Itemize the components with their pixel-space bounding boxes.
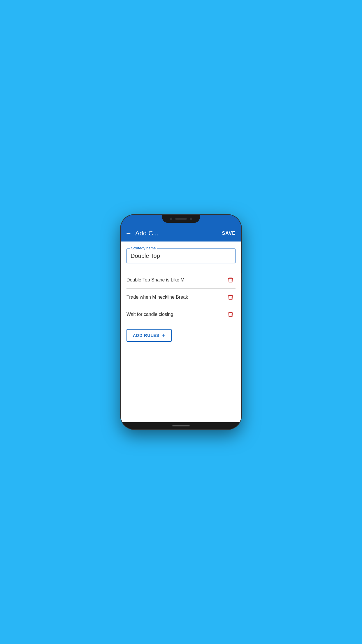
rule-item: Trade when M neckline Break	[126, 289, 236, 306]
trash-icon-1	[227, 277, 234, 283]
trash-icon-3	[227, 311, 234, 318]
app-header: ← Add C... SAVE	[121, 225, 241, 242]
rule-text-3: Wait for candle closing	[126, 312, 226, 317]
add-rules-plus-icon: +	[162, 332, 166, 338]
notch-bar	[121, 215, 241, 225]
strategy-name-input[interactable]	[131, 251, 231, 260]
sensor-dot	[190, 218, 192, 220]
trash-icon-2	[227, 294, 234, 300]
volume-button	[241, 273, 241, 290]
delete-rule-2-button[interactable]	[226, 293, 236, 302]
strategy-name-field: Strategy name	[126, 249, 236, 263]
rule-text-1: Double Top Shape is Like M	[126, 277, 226, 283]
back-button[interactable]: ←	[125, 230, 132, 237]
camera-dot	[170, 218, 172, 220]
rule-item: Double Top Shape is Like M	[126, 272, 236, 289]
app-content: Strategy name Double Top Shape is Like M…	[121, 242, 241, 422]
strategy-name-label: Strategy name	[130, 246, 157, 250]
page-title: Add C...	[135, 230, 221, 237]
notch	[162, 215, 200, 223]
delete-rule-1-button[interactable]	[226, 276, 236, 284]
rule-item: Wait for candle closing	[126, 306, 236, 323]
rules-list: Double Top Shape is Like M Trade when M …	[126, 272, 236, 323]
home-indicator	[172, 425, 190, 426]
speaker	[175, 218, 187, 220]
add-rules-label: ADD RULES	[133, 333, 159, 338]
add-rules-button[interactable]: ADD RULES +	[126, 329, 172, 342]
phone-frame: ← Add C... SAVE Strategy name Double Top…	[121, 215, 241, 429]
phone-bottom-bar	[121, 422, 241, 429]
save-button[interactable]: SAVE	[221, 229, 237, 238]
rule-text-2: Trade when M neckline Break	[126, 295, 226, 300]
delete-rule-3-button[interactable]	[226, 310, 236, 319]
